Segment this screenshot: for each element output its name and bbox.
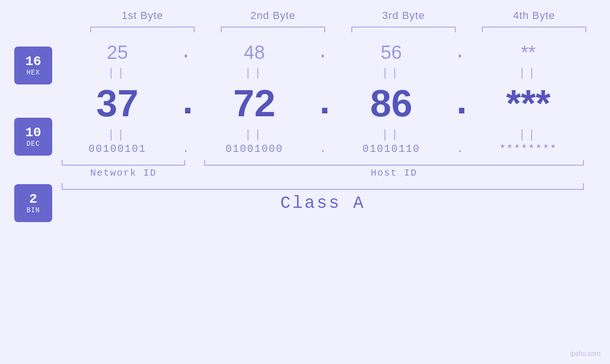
watermark: ipshu.com	[570, 350, 601, 357]
hex-badge: 16 HEX	[14, 47, 52, 84]
hex-num: 16	[25, 55, 41, 69]
eq1-b1: ||	[65, 67, 169, 80]
hex-dot1: .	[176, 42, 195, 63]
hex-value-row: 25 . 48 . 56 . **	[62, 42, 584, 63]
dec-dot3: .	[450, 82, 469, 125]
hex-dot3: .	[450, 42, 469, 63]
bin-badge: 2 BIN	[14, 184, 52, 222]
dec-b4: ***	[476, 84, 581, 122]
eq1-b3: ||	[339, 67, 443, 80]
byte1-label: 1st Byte	[90, 9, 195, 22]
dec-b3: 86	[339, 84, 443, 122]
bin-dot3: .	[450, 143, 469, 155]
hex-name: HEX	[27, 69, 40, 76]
host-id-bracket	[204, 160, 584, 166]
bin-b3: 01010110	[339, 143, 443, 155]
header-row: 1st Byte 2nd Byte 3rd Byte 4th Byte	[77, 9, 600, 22]
dec-dot2: .	[313, 82, 332, 125]
bin-b2: 01001000	[202, 143, 307, 155]
bracket-top-3	[351, 27, 456, 32]
hex-dot2: .	[313, 42, 332, 63]
class-label-row: Class A	[62, 194, 584, 213]
hex-b1: 25	[65, 42, 169, 63]
bottom-bracket-area	[62, 160, 584, 166]
base-badges-column: 16 HEX 10 DEC 2 BIN	[14, 47, 52, 222]
host-id-label: Host ID	[204, 168, 584, 178]
dec-value-row: 37 . 72 . 86 . ***	[62, 82, 584, 125]
byte3-label: 3rd Byte	[351, 9, 456, 22]
network-id-bracket	[62, 160, 185, 166]
dec-dot1: .	[176, 82, 195, 125]
dec-b2: 72	[202, 84, 307, 122]
bracket-top-1	[90, 27, 195, 32]
eq2-b3: ||	[339, 129, 443, 141]
bin-value-row: 00100101 . 01001000 . 01010110 . *******…	[62, 143, 584, 155]
bin-dot2: .	[313, 143, 332, 155]
eq2-b2: ||	[202, 129, 307, 141]
bin-name: BIN	[27, 206, 40, 214]
eq1-b2: ||	[202, 67, 307, 80]
eq2-b1: ||	[65, 129, 169, 141]
bin-b1: 00100101	[65, 143, 169, 155]
class-bracket	[62, 183, 584, 190]
network-id-label: Network ID	[62, 168, 185, 178]
dec-num: 10	[25, 126, 41, 140]
dec-b1: 37	[65, 84, 169, 122]
top-bracket-row	[77, 27, 600, 32]
bin-num: 2	[29, 192, 38, 207]
equals-row-2: || || || ||	[62, 129, 584, 141]
byte4-label: 4th Byte	[482, 9, 586, 22]
dec-badge: 10 DEC	[14, 118, 52, 156]
eq2-b4: ||	[476, 129, 581, 141]
hex-b4: **	[476, 42, 581, 63]
id-labels: Network ID Host ID	[62, 168, 584, 178]
bracket-top-2	[221, 27, 325, 32]
dec-name: DEC	[27, 140, 40, 148]
equals-row-1: || || || ||	[62, 67, 584, 80]
bracket-top-4	[482, 27, 586, 32]
byte2-label: 2nd Byte	[221, 9, 325, 22]
hex-b2: 48	[202, 42, 307, 63]
eq1-b4: ||	[476, 67, 581, 80]
main-container: 1st Byte 2nd Byte 3rd Byte 4th Byte 16 H…	[0, 0, 610, 364]
bin-b4: ********	[476, 143, 581, 155]
hex-b3: 56	[339, 42, 443, 63]
bin-dot1: .	[176, 143, 195, 155]
class-label: Class A	[280, 194, 365, 213]
